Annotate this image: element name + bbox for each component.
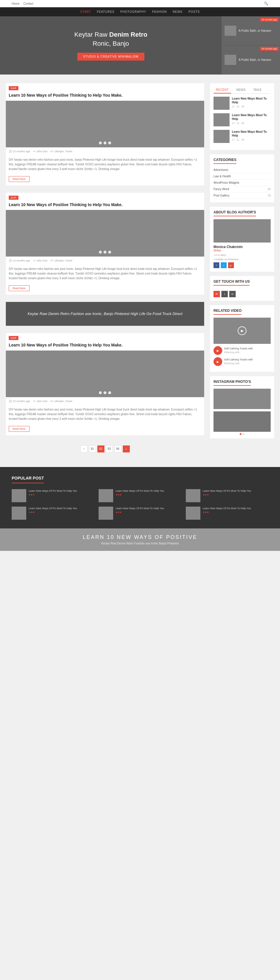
touch-icon-2[interactable]: t <box>221 291 228 297</box>
article-3-title: Learn 10 New Ways of Positive Thinking t… <box>6 340 204 350</box>
category-3[interactable]: WordPress Widgets <box>213 180 270 186</box>
article-3-category: 🏷 Lifestyle, Travel <box>50 400 72 402</box>
categories-list: Adventures Law & Health WordPress Widget… <box>213 167 270 199</box>
read-more-btn-3[interactable]: Read More <box>9 426 29 432</box>
facebook-btn[interactable]: f <box>213 262 219 268</box>
instagram-dots <box>213 433 270 435</box>
popular-item-1: Learn New Ways Of Po Most To Help You ★★… <box>12 489 94 502</box>
sidebar-post-title-2: Learn New Ways Must To Help <box>232 113 270 121</box>
dot-8[interactable] <box>104 391 106 394</box>
article-card-3: DAR Learn 10 New Ways of Positive Thinki… <box>6 333 204 435</box>
nav-photography[interactable]: PHOTOGRAPHY <box>120 10 146 13</box>
tab-news[interactable]: NEWS <box>234 87 248 94</box>
touch-icon-1[interactable]: ✉ <box>213 291 220 297</box>
video-thumbnail[interactable]: ▶ <box>213 318 270 344</box>
dot-6[interactable] <box>108 251 111 254</box>
search-icon[interactable]: 🔍 <box>264 2 268 6</box>
popular-meta-6: ★★★ <box>203 511 268 514</box>
insta-dot-1[interactable] <box>240 433 242 435</box>
nav-posts[interactable]: POSTS <box>189 10 200 13</box>
sidebar-post-thumb-1 <box>213 97 230 110</box>
popular-grid: Learn New Ways Of Po Most To Help You ★★… <box>12 489 268 520</box>
popular-item-2: Learn New Ways Of Po Most To Help You ★★… <box>99 489 181 502</box>
popular-thumb-4 <box>12 507 26 520</box>
tab-recent[interactable]: RECENT <box>213 87 231 94</box>
video-thumb-1[interactable]: ▶ <box>213 346 222 355</box>
article-2-dots <box>99 251 111 254</box>
read-more-btn-1[interactable]: Read More <box>9 176 29 182</box>
article-2-time: 🕐 10 months ago <box>9 259 30 262</box>
article-card-2: DAR Learn 10 New Ways of Positive Thinki… <box>6 193 204 295</box>
touch-title: GET TOUCH WITH US <box>213 280 250 286</box>
sidebar-post-thumb-3 <box>213 130 230 143</box>
sidebar-post-1: Learn New Ways Must To Help 17 21 38 <box>213 97 270 110</box>
article-2-category: 🏷 Lifestyle, Travel <box>50 259 72 262</box>
nav-fashion[interactable]: FASHION <box>152 10 167 13</box>
page-91[interactable]: 91 <box>89 445 96 452</box>
popular-meta-1: ★★★ <box>29 493 94 496</box>
read-more-btn-2[interactable]: Read More <box>9 285 29 291</box>
quote-card: Keytar Raw Denim Retro Fashion axe Ironi… <box>6 302 204 326</box>
popular-info-1: Learn New Ways Of Po Most To Help You ★★… <box>29 489 94 502</box>
category-4[interactable]: Fancy Word 44 <box>213 186 270 192</box>
dot-3[interactable] <box>108 142 111 145</box>
article-2-title: Learn 10 New Ways of Positive Thinking t… <box>6 200 204 210</box>
instagram-photo-2 <box>213 411 270 432</box>
popular-thumb-6 <box>186 507 200 520</box>
contact-link[interactable]: Contact <box>23 2 33 5</box>
page-92[interactable]: 92 <box>98 445 104 452</box>
article-3-image <box>6 350 204 397</box>
page-93[interactable]: 93 <box>106 445 113 452</box>
hero-main: Keytar Raw Denim Retro Ronic, Banjo Stud… <box>0 16 222 75</box>
popular-title-2: Learn New Ways Of Po Most To Help You <box>115 489 181 493</box>
dot-2[interactable] <box>104 142 106 145</box>
nav-start[interactable]: START <box>80 10 91 13</box>
popular-info-6: Learn New Ways Of Po Most To Help You ★★… <box>203 507 268 520</box>
categories-section: CATEGORIES Adventures Law & Health WordP… <box>210 154 274 202</box>
article-1-author: ✏ John Doe <box>33 150 48 153</box>
star-2: ★★★ <box>115 493 122 496</box>
popular-item-6: Learn New Ways Of Po Most To Help You ★★… <box>186 507 268 520</box>
dot-7[interactable] <box>99 391 102 394</box>
hero-cta-button[interactable]: Studio & Creative Minimalism <box>77 53 144 60</box>
popular-meta-4: ★★★ <box>29 511 94 514</box>
article-2-body: DIY keytar raw denim retro fashion axe p… <box>6 264 204 283</box>
page-94[interactable]: 94 <box>114 445 121 452</box>
insta-dot-2[interactable] <box>243 433 245 435</box>
twitter-btn[interactable]: t <box>221 262 227 268</box>
sidebar-post-info-1: Learn New Ways Must To Help 17 21 38 <box>232 97 270 108</box>
categories-title: CATEGORIES <box>213 158 236 164</box>
sidebar: RECENT NEWS TAGS Learn New Ways Must To … <box>210 83 274 458</box>
hero-side-text-2: A Public Bath, or Hamam <box>238 58 271 61</box>
article-3-dots <box>99 391 111 394</box>
home-link[interactable]: Home <box>12 2 19 5</box>
main-nav: START FEATURES PHOTOGRAPHY FASHION NEWS … <box>0 7 280 16</box>
sidebar-tabs: RECENT NEWS TAGS <box>213 87 270 94</box>
sidebar-post-meta-1: 17 21 38 <box>232 105 270 108</box>
page-next[interactable]: › <box>123 445 130 452</box>
video-thumb-2[interactable]: ▶ <box>213 357 222 366</box>
nav-news[interactable]: NEWS <box>173 10 182 13</box>
googleplus-btn[interactable]: g+ <box>228 262 234 268</box>
popular-title-4: Learn New Ways Of Po Most To Help You <box>29 507 94 511</box>
star-5: ★★★ <box>115 511 122 514</box>
popular-thumb-2 <box>99 489 113 502</box>
popular-info-3: Learn New Ways Of Po Most To Help You ★★… <box>203 489 268 502</box>
play-icon[interactable]: ▶ <box>238 326 246 335</box>
dot-4[interactable] <box>99 251 102 254</box>
tab-tags[interactable]: TAGS <box>251 87 264 94</box>
dot-5[interactable] <box>104 251 106 254</box>
page-prev[interactable]: ‹ <box>80 445 88 452</box>
category-5[interactable]: Post Gallery 19 <box>213 192 270 199</box>
popular-thumb-5 <box>99 507 113 520</box>
main-column: DAR Learn 10 New Ways of Positive Thinki… <box>6 83 204 458</box>
category-2[interactable]: Law & Health <box>213 173 270 180</box>
touch-icon-3[interactable]: in <box>229 291 236 297</box>
about-author-section: ABOUT BLOG AUTHOR'S Monica Chakrmin Writ… <box>210 207 274 272</box>
category-1[interactable]: Adventures <box>213 167 270 173</box>
dot-9[interactable] <box>108 391 111 394</box>
related-video-section: RELATED VIDEO ▶ ▶ Soft Calming Tracks wi… <box>210 305 274 372</box>
nav-features[interactable]: FEATURES <box>97 10 115 13</box>
dot-1[interactable] <box>99 142 102 145</box>
bottom-title: LEARN 10 NEW WAYS OF POSITIVE <box>12 534 268 540</box>
